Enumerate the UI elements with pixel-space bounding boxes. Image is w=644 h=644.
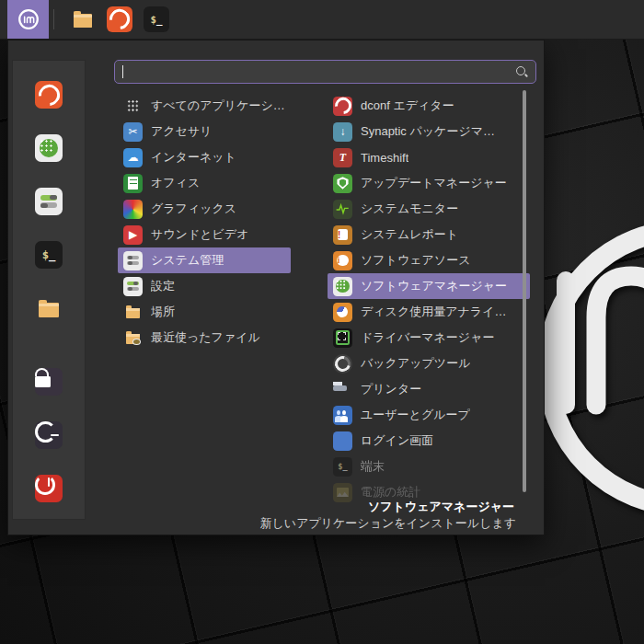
files-icon [35,294,63,322]
category-5-icon: ▶ [123,225,143,245]
app-item-12[interactable]: ユーザーとグループ [328,402,530,428]
app-item-1[interactable]: ↓Synaptic パッケージマ… [328,119,530,144]
app-3-icon [333,174,352,193]
search-icon [515,65,528,78]
app-2-icon: T [333,148,352,167]
top-panel: $_ [0,0,644,40]
mint-logo-icon [17,7,40,31]
app-label: アップデートマネージャー [361,175,507,191]
category-1-icon: ✂ [123,122,143,142]
app-0-icon [333,97,352,116]
app-label: dconf エディター [361,98,454,114]
category-label: 最近使ったファイル [151,329,260,346]
app-label: ディスク使用量アナライ… [361,304,506,320]
favorites-sidebar: $_ [12,60,86,520]
files-launcher[interactable] [67,2,98,37]
category-label: すべてのアプリケーション [151,98,285,114]
app-10-icon [333,354,352,374]
app-item-14[interactable]: $_端末 [328,454,530,479]
terminal-button[interactable]: $_ [35,241,63,269]
shutdown-button[interactable] [35,475,63,502]
category-2-icon: ☁ [123,148,143,167]
firefox-icon [107,6,132,32]
firefox-button[interactable] [35,81,63,109]
category-0-icon [123,97,143,116]
category-8-icon [123,303,143,322]
category-label: グラフィックス [151,201,236,217]
firefox-launcher[interactable] [104,2,135,37]
software-manager-icon [35,134,63,162]
category-item-0[interactable]: すべてのアプリケーション [118,93,291,119]
category-item-7[interactable]: 設定 [118,273,291,299]
app-item-8[interactable]: ディスク使用量アナライ… [328,299,530,325]
category-3-icon [123,174,143,193]
scrollbar[interactable] [523,90,526,492]
category-label: インターネット [151,149,236,166]
app-5-icon: ! [333,225,352,245]
app-item-9[interactable]: ドライバーマネージャー [328,325,530,351]
system-settings-button[interactable] [35,188,63,215]
app-1-icon: ↓ [333,122,352,142]
app-item-11[interactable]: プリンター [328,376,530,402]
app-item-7[interactable]: ソフトウェアマネージャー [328,273,530,299]
app-label: 端末 [361,458,385,475]
app-item-4[interactable]: システムモニター [328,196,530,222]
logout-button[interactable] [35,421,63,449]
category-item-1[interactable]: ✂アクセサリ [118,119,291,144]
category-9-icon [123,328,143,348]
app-item-5[interactable]: !システムレポート [328,222,530,247]
search-box[interactable] [114,60,536,84]
category-label: システム管理 [151,252,224,269]
panel-separator [53,9,54,29]
app-7-icon [333,277,352,296]
app-item-3[interactable]: アップデートマネージャー [328,170,530,196]
app-item-0[interactable]: dconf エディター [328,93,530,119]
app-item-13[interactable]: ログイン画面 [328,428,530,454]
category-list: すべてのアプリケーション✂アクセサリ☁インターネットオフィスグラフィックス▶サウ… [118,93,291,351]
terminal-icon: $_ [144,6,169,32]
category-item-9[interactable]: 最近使ったファイル [118,325,291,351]
files-button[interactable] [35,294,63,322]
app-label: システムレポート [361,226,458,243]
category-item-6[interactable]: システム管理 [118,247,291,273]
category-item-5[interactable]: ▶サウンドとビデオ [118,222,291,247]
category-item-3[interactable]: オフィス [118,170,291,196]
app-label: ログイン画面 [361,432,433,449]
category-7-icon [123,277,143,296]
system-settings-icon [35,188,63,215]
category-label: 場所 [151,304,175,320]
app-list: dconf エディター↓Synaptic パッケージマ…TTimeshiftアッ… [328,93,530,505]
application-menu: $_ すべてのアプリケーション✂アクセサリ☁インターネットオフィスグラフィックス… [7,40,545,535]
category-label: オフィス [151,175,200,191]
app-6-icon: i [333,251,352,270]
category-item-4[interactable]: グラフィックス [118,196,291,222]
app-15-icon [333,483,352,502]
app-item-2[interactable]: TTimeshift [328,144,530,170]
app-label: システムモニター [361,201,458,217]
category-6-icon [123,251,143,270]
app-label: ソフトウェアソース [361,252,470,269]
terminal-icon: $_ [35,241,63,269]
software-manager-button[interactable] [35,134,63,162]
category-label: アクセサリ [151,123,213,140]
app-9-icon [333,328,352,348]
lock-screen-button[interactable] [35,368,63,396]
app-item-10[interactable]: バックアップツール [328,351,530,376]
shutdown-icon [35,475,63,502]
desktop: $_ $_ すべてのアプリケーション✂アクセサリ☁インターネットオフィスグラフィ… [0,0,644,644]
app-label: Timeshift [361,151,408,165]
terminal-launcher[interactable]: $_ [141,2,172,37]
firefox-icon [35,81,63,109]
app-14-icon: $_ [333,457,352,477]
lock-screen-icon [35,368,63,396]
category-label: サウンドとビデオ [151,226,248,243]
selected-app-description: 新しいアプリケーションをインストールします [260,515,516,532]
app-8-icon [333,303,352,322]
app-label: Synaptic パッケージマ… [361,123,495,140]
menu-button[interactable] [7,0,49,39]
app-item-6[interactable]: iソフトウェアソース [328,247,530,273]
app-4-icon [333,200,352,219]
app-11-icon [333,380,352,399]
category-item-2[interactable]: ☁インターネット [118,144,291,170]
category-item-8[interactable]: 場所 [118,299,291,325]
